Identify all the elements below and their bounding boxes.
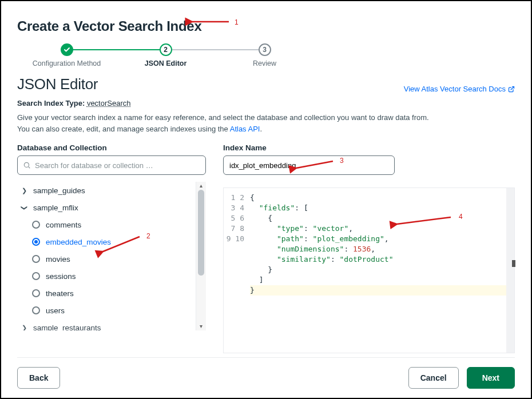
back-button[interactable]: Back xyxy=(17,367,60,389)
section-description: Give your vector search index a name for… xyxy=(17,112,429,134)
description-text: Give your vector search index a name for… xyxy=(17,113,429,133)
collection-item-sessions[interactable]: sessions xyxy=(17,268,196,285)
scroll-up-icon: ▴ xyxy=(196,182,206,190)
collection-label: sessions xyxy=(46,272,76,281)
collection-item-movies[interactable]: movies xyxy=(17,250,196,268)
step-label: Review xyxy=(253,59,276,67)
page-title: Create a Vector Search Index xyxy=(17,18,515,34)
svg-line-2 xyxy=(29,167,30,169)
radio-selected-icon xyxy=(32,238,40,246)
chevron-right-icon: ❯ xyxy=(21,324,27,331)
db-label: sample_mflix xyxy=(33,204,78,212)
collection-item-theaters[interactable]: theaters xyxy=(17,285,196,302)
collection-label: comments xyxy=(46,221,81,229)
collection-label: users xyxy=(46,306,65,315)
db-label: sample_restaurants xyxy=(33,324,101,331)
editor-code[interactable]: { "fields": [ { "type": "vector", "path"… xyxy=(250,193,506,353)
radio-unselected-icon xyxy=(32,306,40,314)
editor-minimap-marker xyxy=(512,260,515,267)
svg-point-1 xyxy=(24,162,29,167)
chevron-down-icon: ❯ xyxy=(21,204,28,211)
search-index-type-row: Search Index Type: vectorSearch xyxy=(17,99,515,107)
progress-stepper: Configuration Method 2 JSON Editor 3 Rev… xyxy=(17,43,315,67)
step-json-editor[interactable]: 2 JSON Editor xyxy=(116,43,215,67)
radio-unselected-icon xyxy=(32,221,40,229)
collection-label: embedded_movies xyxy=(46,238,111,246)
step-review[interactable]: 3 Review xyxy=(215,43,314,67)
step-label: JSON Editor xyxy=(145,59,187,67)
radio-unselected-icon xyxy=(32,289,40,297)
view-docs-link[interactable]: View Atlas Vector Search Docs xyxy=(404,85,515,93)
check-icon xyxy=(61,43,73,56)
annotation-label-1: 1 xyxy=(235,18,239,26)
collection-label: movies xyxy=(46,255,70,264)
step-number-icon: 3 xyxy=(259,43,271,56)
external-link-icon xyxy=(508,86,515,93)
svg-line-0 xyxy=(511,86,514,90)
collection-item-users[interactable]: users xyxy=(17,302,196,319)
search-icon xyxy=(23,161,31,169)
radio-unselected-icon xyxy=(32,272,40,280)
cancel-button[interactable]: Cancel xyxy=(408,367,459,389)
db-item-sample-restaurants[interactable]: ❯ sample_restaurants xyxy=(17,322,196,330)
editor-gutter: 1 2 3 4 5 6 7 8 9 10 xyxy=(224,188,250,353)
db-item-sample-guides[interactable]: ❯ sample_guides xyxy=(17,182,196,199)
scroll-down-icon: ▾ xyxy=(196,322,206,330)
json-code-editor[interactable]: 1 2 3 4 5 6 7 8 9 10 { "fields": [ { "ty… xyxy=(223,187,515,353)
annotation-label-3: 3 xyxy=(340,157,344,165)
db-collection-label: Database and Collection xyxy=(17,143,206,152)
collection-item-embedded-movies[interactable]: embedded_movies xyxy=(17,233,196,250)
step-number-icon: 2 xyxy=(160,43,172,56)
section-heading: JSON Editor xyxy=(17,75,98,93)
editor-scrollbar[interactable] xyxy=(506,188,514,353)
annotation-label-2: 2 xyxy=(146,232,150,240)
scroll-thumb[interactable] xyxy=(198,190,204,276)
index-name-label: Index Name xyxy=(223,143,515,152)
db-collection-search-input[interactable] xyxy=(17,155,206,175)
atlas-api-link[interactable]: Atlas API xyxy=(230,125,260,133)
chevron-right-icon: ❯ xyxy=(21,187,27,194)
collection-label: theaters xyxy=(46,289,74,298)
db-item-sample-mflix[interactable]: ❯ sample_mflix xyxy=(17,199,196,216)
search-index-type-label: Search Index Type: xyxy=(17,99,85,107)
collection-item-comments[interactable]: comments xyxy=(17,216,196,233)
next-button[interactable]: Next xyxy=(467,367,515,389)
step-configuration-method[interactable]: Configuration Method xyxy=(17,43,116,67)
docs-link-label: View Atlas Vector Search Docs xyxy=(404,85,506,93)
db-label: sample_guides xyxy=(33,186,85,195)
tree-scrollbar[interactable]: ▴ ▾ xyxy=(196,182,206,330)
description-suffix: . xyxy=(260,125,262,133)
database-tree: ❯ sample_guides ❯ sample_mflix comments … xyxy=(17,182,196,330)
radio-unselected-icon xyxy=(32,255,40,263)
annotation-label-4: 4 xyxy=(459,213,463,221)
index-name-input[interactable] xyxy=(223,155,395,175)
search-index-type-value: vectorSearch xyxy=(87,99,131,107)
step-label: Configuration Method xyxy=(33,59,101,67)
